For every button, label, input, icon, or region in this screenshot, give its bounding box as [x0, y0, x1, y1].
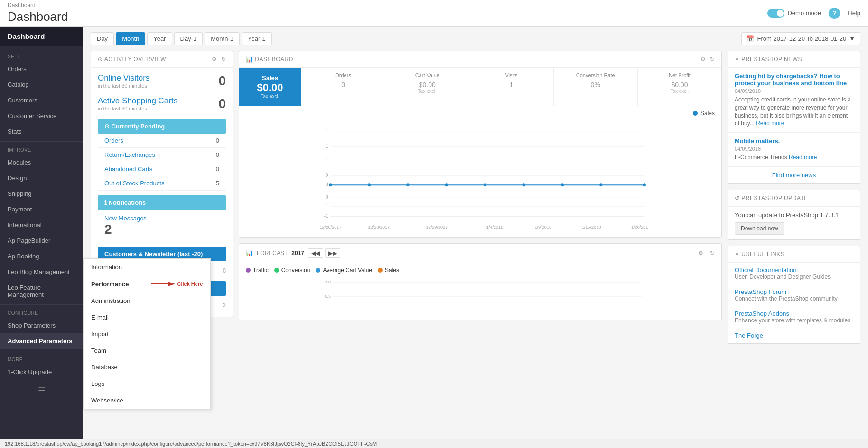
pending-returns-link[interactable]: Return/Exchanges: [104, 151, 155, 158]
sidebar-item-shipping[interactable]: Shipping: [0, 186, 83, 201]
svg-text:-1: -1: [324, 204, 328, 209]
official-docs-link[interactable]: Official Documentation: [735, 266, 853, 274]
activity-panel-header: ⊙ ACTIVITY OVERVIEW ⚙ ↻: [91, 51, 233, 68]
sidebar-item-1click[interactable]: 1-Click Upgrade: [0, 364, 83, 380]
notif-messages-count: 2: [104, 222, 219, 237]
submenu-item-team[interactable]: Team: [84, 342, 210, 359]
sidebar-item-advanced-params[interactable]: Advanced Parameters: [0, 333, 83, 349]
gear-icon[interactable]: ⚙: [212, 56, 217, 63]
avg-cart-label: Average Cart Value: [323, 267, 372, 274]
sidebar-item-shop-params[interactable]: Shop Parameters: [0, 318, 83, 333]
sales-legend-dot: [693, 111, 698, 116]
sidebar-item-catalog[interactable]: Catalog: [0, 77, 83, 92]
breadcrumb: Dashboard: [8, 2, 68, 9]
submenu-item-webservice[interactable]: Webservice: [84, 392, 210, 409]
sidebar-item-ap-booking[interactable]: Ap Booking: [0, 248, 83, 264]
news-title-1[interactable]: Getting hit by chargebacks? How to prote…: [735, 73, 853, 87]
pending-stock-link[interactable]: Out of Stock Products: [104, 180, 164, 187]
sidebar-hamburger[interactable]: ☰: [0, 380, 83, 402]
legend-avg-cart: Average Cart Value: [316, 267, 372, 274]
legend-conversion: Conversion: [274, 267, 310, 274]
sidebar-item-customer-service[interactable]: Customer Service: [0, 108, 83, 124]
refresh-icon[interactable]: ↻: [221, 56, 226, 63]
submenu-item-logs[interactable]: Logs: [84, 375, 210, 392]
pending-orders-count: 0: [216, 137, 219, 144]
avg-cart-dot: [316, 268, 320, 273]
refresh-icon-dash[interactable]: ↻: [710, 56, 715, 63]
forum-link[interactable]: PrestaShop Forum: [735, 288, 853, 295]
forecast-prev[interactable]: ◀◀: [308, 248, 323, 258]
sidebar-item-leo-blog[interactable]: Leo Blog Management: [0, 264, 83, 280]
date-range[interactable]: 📅 From 2017-12-20 To 2018-01-20 ▼: [741, 32, 860, 45]
pending-carts-link[interactable]: Abandoned Carts: [104, 165, 152, 173]
topbar: Dashboard Dashboard Demo mode ? Help: [0, 0, 868, 27]
svg-point-20: [368, 183, 371, 186]
sidebar-item-international[interactable]: International: [0, 217, 83, 233]
demo-toggle[interactable]: [767, 9, 784, 18]
stat-conversion: Conversion Rate 0%: [553, 68, 637, 106]
filter-year-1[interactable]: Year-1: [242, 32, 272, 45]
forecast-svg: 1.0 0.5: [246, 277, 715, 315]
calendar-icon: 📅: [747, 35, 754, 42]
submenu-item-performance[interactable]: Performance Click Here: [84, 275, 210, 293]
filter-day[interactable]: Day: [91, 32, 114, 45]
sidebar-item-payment[interactable]: Payment: [0, 201, 83, 217]
sidebar-item-design[interactable]: Design: [0, 170, 83, 186]
date-range-text: From 2017-12-20 To 2018-01-20: [757, 35, 846, 42]
activity-panel-icons[interactable]: ⚙ ↻: [212, 56, 226, 63]
sidebar-item-ap-pagebuilder[interactable]: Ap PageBuilder: [0, 233, 83, 248]
news-title-2[interactable]: Mobile matters.: [735, 137, 853, 145]
submenu-item-import[interactable]: Import: [84, 326, 210, 342]
filter-year[interactable]: Year: [147, 32, 172, 45]
dashboard-panel: 📊 DASHBOARD ⚙ ↻ Sales $0.00 Tax ex: [239, 51, 722, 238]
forum-desc: Connect with the PrestaShop community: [735, 295, 853, 302]
dashboard-panel-icons[interactable]: ⚙ ↻: [700, 56, 715, 63]
forge-link[interactable]: The Forge: [735, 332, 853, 339]
sidebar-item-customers[interactable]: Customers: [0, 92, 83, 108]
sidebar-brand: Dashboard: [0, 27, 83, 46]
filter-day-1[interactable]: Day-1: [174, 32, 203, 45]
download-now-button[interactable]: Download now: [735, 222, 784, 235]
active-carts-value: 0: [218, 96, 226, 111]
sidebar-section-improve: IMPROVE: [0, 141, 83, 155]
notif-messages-link[interactable]: New Messages: [104, 215, 219, 222]
demo-mode[interactable]: Demo mode: [767, 9, 821, 18]
svg-point-24: [523, 183, 525, 186]
sales-forecast-label: Sales: [385, 267, 399, 274]
gear-icon-dash[interactable]: ⚙: [700, 56, 706, 63]
sidebar-item-stats[interactable]: Stats: [0, 124, 83, 139]
forecast-next[interactable]: ▶▶: [325, 248, 340, 258]
active-carts-sublabel: in the last 30 minutes: [98, 106, 177, 111]
addons-link[interactable]: PrestaShop Addons: [735, 310, 853, 317]
stat-profit: Net Profit $0.00 Tax excl.: [637, 68, 721, 106]
conversion-dot: [274, 268, 279, 273]
pending-returns-count: 0: [216, 151, 219, 158]
refresh-icon-forecast[interactable]: ↻: [710, 250, 715, 256]
svg-point-27: [643, 183, 646, 186]
sidebar-item-modules[interactable]: Modules: [0, 155, 83, 170]
sales-row: Sales $0.00 Tax excl. Orders 0 Ca: [239, 68, 721, 106]
svg-text:1/15/2018: 1/15/2018: [582, 225, 601, 229]
submenu-item-email[interactable]: E-mail: [84, 309, 210, 326]
sidebar-item-leo-feature[interactable]: Leo Feature Management: [0, 280, 83, 302]
find-more-news[interactable]: Find more news: [728, 167, 860, 183]
pending-stock-count: 5: [216, 180, 219, 187]
submenu-item-database[interactable]: Database: [84, 359, 210, 375]
submenu-item-administration[interactable]: Administration: [84, 293, 210, 309]
read-more-1[interactable]: Read more: [756, 120, 784, 127]
gear-icon-forecast[interactable]: ⚙: [698, 250, 703, 256]
news-text-1: Accepting credit cards in your online st…: [735, 96, 853, 128]
pending-orders-link[interactable]: Orders: [104, 137, 123, 144]
read-more-2[interactable]: Read more: [789, 154, 817, 161]
filter-month[interactable]: Month: [116, 32, 145, 45]
main-chart-svg: 1 1 1 0 0 0 -1 -1: [246, 122, 715, 233]
notif-header: ℹ Notifications: [98, 195, 226, 210]
help-icon[interactable]: ?: [829, 8, 840, 19]
sidebar-item-orders[interactable]: Orders: [0, 61, 83, 77]
stat-cart: Cart Value $0.00 Tax excl.: [385, 68, 469, 106]
filter-month-1[interactable]: Month-1: [205, 32, 240, 45]
svg-text:1: 1: [326, 129, 328, 134]
click-here-label: Click Here: [177, 281, 203, 287]
submenu-item-information[interactable]: Information: [84, 259, 210, 275]
stat-cart-sub: Tax excl.: [389, 89, 465, 94]
